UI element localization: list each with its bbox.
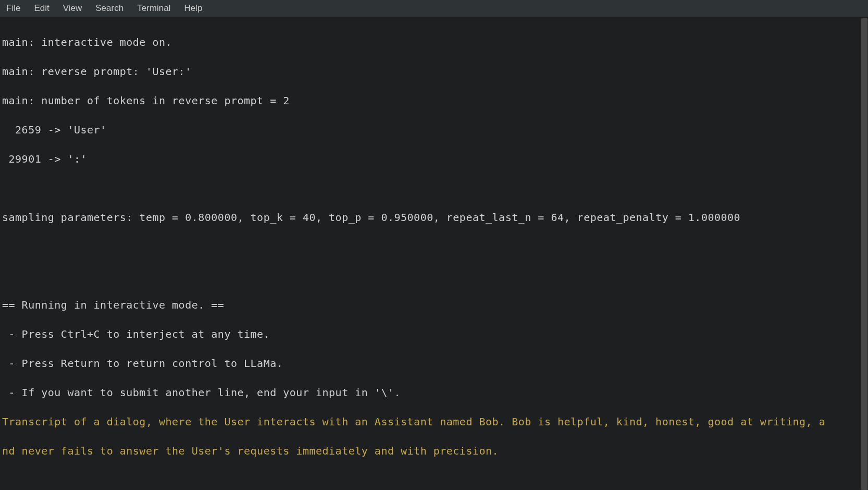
mode-header-line: == Running in interactive mode. == <box>2 298 866 312</box>
prompt-line: Transcript of a dialog, where the User i… <box>2 414 866 429</box>
blank-line <box>2 239 866 254</box>
token-line: 29901 -> ':' <box>2 152 866 166</box>
menu-file[interactable]: File <box>4 2 22 15</box>
blank-line <box>2 181 866 195</box>
menu-edit[interactable]: Edit <box>32 2 51 15</box>
instruction-line: - Press Ctrl+C to interject at any time. <box>2 327 866 341</box>
prompt-line: nd never fails to answer the User's requ… <box>2 444 866 458</box>
instruction-line: - If you want to submit another line, en… <box>2 385 866 400</box>
menu-search[interactable]: Search <box>93 2 126 15</box>
scrollbar-thumb[interactable] <box>861 18 867 490</box>
menu-terminal[interactable]: Terminal <box>135 2 172 15</box>
menu-help[interactable]: Help <box>182 2 204 15</box>
blank-line <box>2 268 866 283</box>
scrollbar[interactable] <box>861 18 868 490</box>
startup-line: main: interactive mode on. <box>2 35 866 50</box>
menu-view[interactable]: View <box>61 2 84 15</box>
startup-line: main: number of tokens in reverse prompt… <box>2 93 866 108</box>
token-line: 2659 -> 'User' <box>2 123 866 137</box>
terminal-body[interactable]: main: interactive mode on. main: reverse… <box>0 17 868 490</box>
blank-line <box>2 473 866 487</box>
menubar: File Edit View Search Terminal Help <box>0 0 868 17</box>
sampling-params-line: sampling parameters: temp = 0.800000, to… <box>2 210 866 225</box>
instruction-line: - Press Return to return control to LLaM… <box>2 356 866 371</box>
startup-line: main: reverse prompt: 'User:' <box>2 64 866 79</box>
